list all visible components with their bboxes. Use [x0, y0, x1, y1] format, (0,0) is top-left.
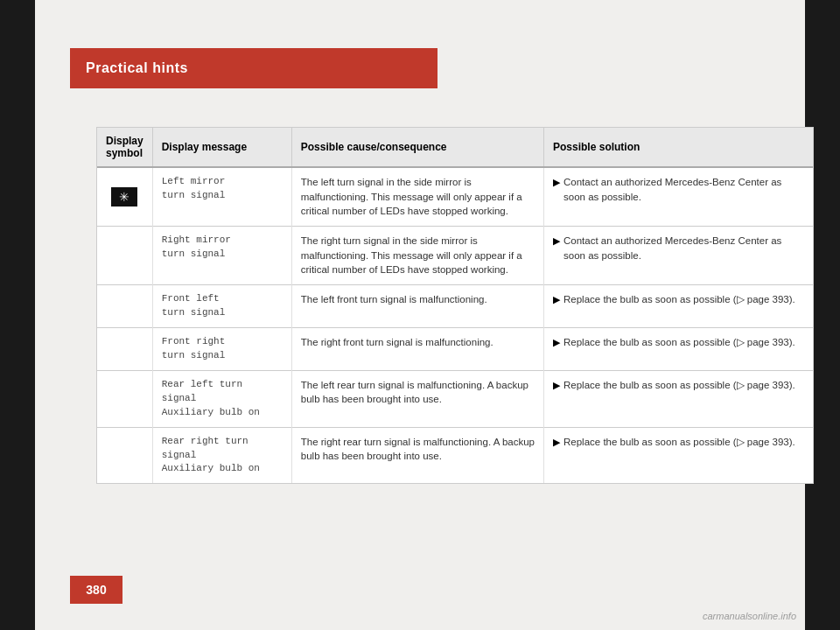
data-table-container: Display symbol Display message Possible … [96, 127, 814, 484]
bullet-arrow-icon: ▶ [553, 336, 560, 350]
header-bar: Practical hints [70, 48, 438, 88]
page-number: 380 [86, 583, 106, 597]
hints-table: Display symbol Display message Possible … [97, 128, 813, 483]
table-row: Rear left turn signal Auxiliary bulb onT… [97, 370, 813, 427]
solution-cell: ▶Replace the bulb as soon as possible (▷… [544, 285, 813, 328]
solution-text: Contact an authorized Mercedes-Benz Cent… [564, 234, 804, 262]
table-header-row: Display symbol Display message Possible … [97, 128, 813, 167]
message-cell: Right mirror turn signal [152, 227, 291, 285]
cause-cell: The left turn signal in the side mirror … [291, 167, 543, 227]
solution-cell: ▶Contact an authorized Mercedes-Benz Cen… [544, 227, 813, 285]
symbol-cell [97, 327, 152, 370]
message-cell: Front left turn signal [152, 285, 291, 328]
message-cell: Left mirror turn signal [152, 167, 291, 227]
table-row: Front left turn signalThe left front tur… [97, 285, 813, 328]
bullet-arrow-icon: ▶ [553, 176, 560, 190]
cause-cell: The right front turn signal is malfuncti… [291, 327, 543, 370]
sun-icon: ✳ [111, 187, 137, 206]
solution-cell: ▶Replace the bulb as soon as possible (▷… [544, 370, 813, 427]
solution-text: Replace the bulb as soon as possible (▷ … [564, 378, 795, 393]
solution-cell: ▶Replace the bulb as soon as possible (▷… [544, 427, 813, 483]
table-row: Front right turn signalThe right front t… [97, 327, 813, 370]
solution-cell: ▶Contact an authorized Mercedes-Benz Cen… [544, 167, 813, 227]
left-border [0, 0, 35, 630]
message-cell: Rear left turn signal Auxiliary bulb on [152, 370, 291, 427]
message-cell: Rear right turn signal Auxiliary bulb on [152, 427, 291, 483]
symbol-cell [97, 227, 152, 285]
solution-text: Contact an authorized Mercedes-Benz Cent… [564, 175, 804, 204]
cause-cell: The left rear turn signal is malfunction… [291, 370, 543, 427]
table-row: Rear right turn signal Auxiliary bulb on… [97, 427, 813, 483]
bullet-arrow-icon: ▶ [553, 293, 560, 307]
table-row: Right mirror turn signalThe right turn s… [97, 227, 813, 285]
symbol-cell [97, 427, 152, 483]
solution-text: Replace the bulb as soon as possible (▷ … [564, 335, 795, 350]
col-header-symbol: Display symbol [97, 128, 152, 167]
page-number-box: 380 [70, 576, 122, 604]
symbol-cell: ✳ [97, 167, 152, 227]
col-header-solution: Possible solution [544, 128, 813, 167]
cause-cell: The left front turn signal is malfunctio… [291, 285, 543, 328]
solution-text: Replace the bulb as soon as possible (▷ … [564, 292, 795, 307]
solution-cell: ▶Replace the bulb as soon as possible (▷… [544, 327, 813, 370]
bullet-arrow-icon: ▶ [553, 379, 560, 393]
watermark: carmanualsonline.info [703, 611, 796, 621]
symbol-cell [97, 370, 152, 427]
page-title: Practical hints [86, 60, 188, 76]
cause-cell: The right rear turn signal is malfunctio… [291, 427, 543, 483]
table-row: ✳Left mirror turn signalThe left turn si… [97, 167, 813, 227]
col-header-message: Display message [152, 128, 291, 167]
bullet-arrow-icon: ▶ [553, 234, 560, 248]
cause-cell: The right turn signal in the side mirror… [291, 227, 543, 285]
solution-text: Replace the bulb as soon as possible (▷ … [564, 435, 795, 450]
page-content: Practical hints Display symbol Display m… [35, 0, 805, 630]
bullet-arrow-icon: ▶ [553, 436, 560, 450]
symbol-cell [97, 285, 152, 328]
col-header-cause: Possible cause/consequence [291, 128, 543, 167]
message-cell: Front right turn signal [152, 327, 291, 370]
